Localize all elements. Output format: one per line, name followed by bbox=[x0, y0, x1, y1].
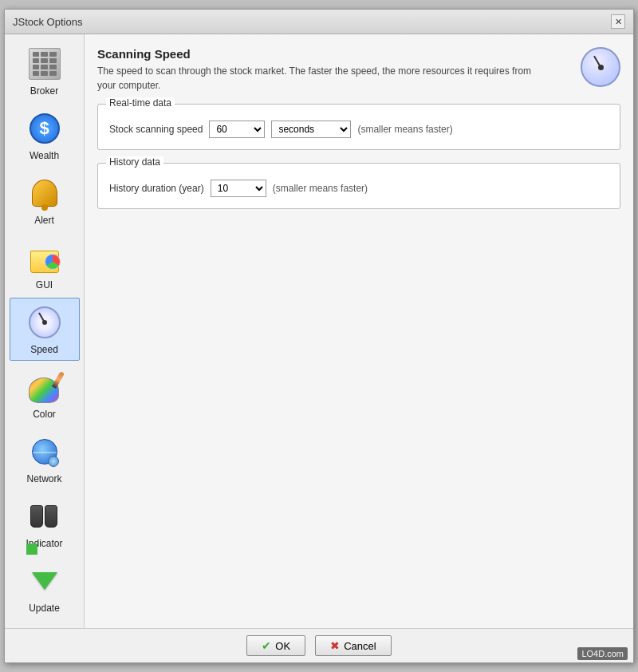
broker-icon-container bbox=[26, 45, 64, 83]
scanning-speed-select[interactable]: 10 30 60 120 300 bbox=[209, 121, 265, 138]
color-icon bbox=[29, 371, 61, 403]
main-window: JStock Options ✕ bbox=[4, 9, 634, 663]
gui-chart bbox=[45, 254, 61, 270]
section-desc: The speed to scan through the stock mark… bbox=[97, 64, 544, 93]
sidebar: Broker $ Wealth bbox=[5, 34, 85, 628]
key12 bbox=[49, 71, 57, 76]
indicator-icon bbox=[29, 501, 61, 532]
gui-label: GUI bbox=[36, 279, 53, 291]
sidebar-item-indicator[interactable]: Indicator bbox=[10, 492, 80, 555]
gui-icon-container bbox=[26, 239, 64, 277]
network-icon bbox=[29, 437, 61, 467]
binoculars-icon bbox=[30, 505, 59, 528]
key6 bbox=[49, 58, 57, 63]
speed-hint: (smaller means faster) bbox=[357, 124, 452, 135]
sidebar-item-color[interactable]: Color bbox=[10, 362, 80, 425]
close-button[interactable]: ✕ bbox=[611, 14, 625, 29]
sidebar-item-alert[interactable]: Alert bbox=[10, 168, 80, 231]
window-title: JStock Options bbox=[13, 16, 82, 28]
history-duration-row: History duration (year) 1 2 5 10 15 20 (… bbox=[109, 180, 608, 197]
sidebar-item-broker[interactable]: Broker bbox=[10, 39, 80, 102]
key7 bbox=[33, 65, 40, 69]
sidebar-item-wealth[interactable]: $ Wealth bbox=[10, 104, 80, 167]
update-icon bbox=[29, 566, 61, 596]
speed-icon bbox=[29, 306, 61, 338]
history-hint: (smaller means faster) bbox=[273, 183, 368, 194]
sidebar-item-update[interactable]: Update bbox=[10, 556, 80, 619]
cancel-button[interactable]: ✖ Cancel bbox=[315, 635, 391, 656]
speed-icon-container bbox=[26, 303, 64, 342]
bell-clapper bbox=[41, 204, 48, 211]
key3 bbox=[49, 52, 57, 57]
color-label: Color bbox=[33, 409, 56, 420]
scanning-speed-row: Stock scanning speed 10 30 60 120 300 se… bbox=[109, 121, 608, 138]
scanning-speed-label: Stock scanning speed bbox=[109, 124, 203, 135]
bino-right bbox=[45, 505, 57, 528]
network-icon-container bbox=[26, 433, 64, 471]
wealth-icon: $ bbox=[30, 113, 60, 144]
color-icon-container bbox=[26, 368, 64, 406]
unit-select[interactable]: seconds minutes bbox=[271, 121, 351, 138]
realtime-group: Real-time data Stock scanning speed 10 3… bbox=[97, 104, 620, 150]
bell-shape bbox=[32, 180, 57, 207]
main-content: Scanning Speed The speed to scan through… bbox=[85, 34, 633, 628]
arrow-stem bbox=[26, 544, 37, 555]
gui-icon bbox=[29, 243, 61, 273]
broker-icon bbox=[29, 48, 61, 80]
update-icon-container bbox=[26, 562, 64, 600]
history-group: History data History duration (year) 1 2… bbox=[97, 163, 620, 209]
section-speed-icon bbox=[581, 47, 620, 87]
cancel-label: Cancel bbox=[344, 640, 376, 652]
alert-icon bbox=[30, 176, 59, 210]
broker-label: Broker bbox=[30, 85, 58, 97]
bino-left bbox=[30, 505, 43, 528]
window-body: Broker $ Wealth bbox=[5, 34, 633, 628]
history-group-label: History data bbox=[106, 156, 163, 168]
sidebar-item-speed[interactable]: Speed bbox=[10, 298, 80, 361]
speed-label: Speed bbox=[30, 344, 58, 355]
wealth-label: Wealth bbox=[30, 150, 59, 161]
cancel-icon: ✖ bbox=[330, 639, 340, 652]
section-title-area: Scanning Speed The speed to scan through… bbox=[97, 47, 573, 93]
sidebar-item-gui[interactable]: GUI bbox=[10, 233, 80, 296]
section-header: Scanning Speed The speed to scan through… bbox=[97, 47, 620, 93]
update-label: Update bbox=[29, 603, 60, 614]
section-title: Scanning Speed bbox=[97, 47, 573, 61]
key10 bbox=[33, 71, 40, 76]
title-bar: JStock Options ✕ bbox=[5, 10, 633, 34]
indicator-icon-container bbox=[26, 497, 64, 536]
key5 bbox=[41, 58, 48, 63]
ok-label: OK bbox=[275, 640, 290, 652]
arrow-down-icon bbox=[32, 572, 57, 590]
history-duration-label: History duration (year) bbox=[109, 183, 204, 194]
ok-icon: ✔ bbox=[262, 639, 271, 652]
watermark: LO4D.com bbox=[577, 647, 628, 660]
key9 bbox=[49, 65, 57, 69]
key11 bbox=[41, 71, 48, 76]
key2 bbox=[41, 52, 48, 57]
history-year-select[interactable]: 1 2 5 10 15 20 bbox=[211, 180, 266, 197]
ok-button[interactable]: ✔ OK bbox=[246, 635, 305, 656]
alert-icon-container bbox=[26, 174, 64, 212]
network-label: Network bbox=[26, 473, 61, 484]
key8 bbox=[41, 65, 48, 69]
key4 bbox=[33, 58, 40, 63]
wealth-icon-container: $ bbox=[26, 109, 64, 148]
realtime-group-label: Real-time data bbox=[106, 97, 175, 109]
alert-label: Alert bbox=[34, 215, 54, 226]
key1 bbox=[33, 52, 40, 57]
sidebar-item-network[interactable]: Network bbox=[10, 427, 80, 490]
footer: ✔ OK ✖ Cancel bbox=[5, 628, 633, 662]
